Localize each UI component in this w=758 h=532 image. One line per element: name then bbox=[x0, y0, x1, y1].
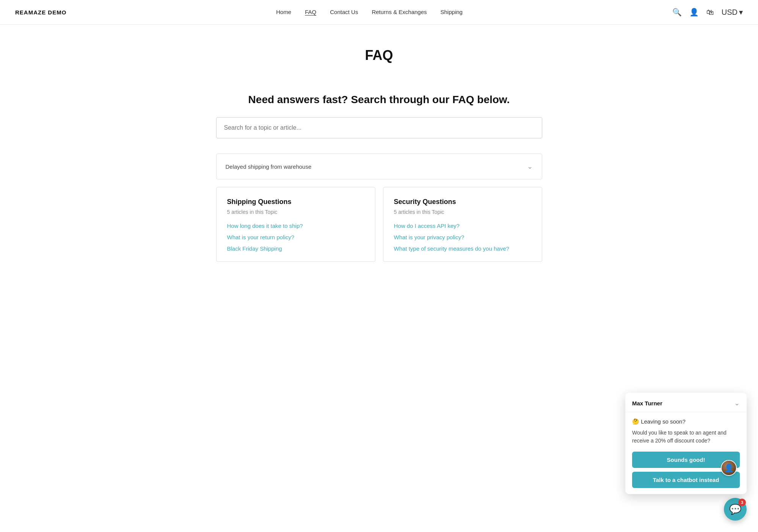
shipping-topic-links: How long does it take to ship? What is y… bbox=[227, 223, 364, 252]
faq-row-delayed-shipping[interactable]: Delayed shipping from warehouse ⌄ bbox=[216, 154, 542, 179]
user-icon[interactable]: 👤 bbox=[689, 8, 699, 17]
shipping-topic-count: 5 articles in this Topic bbox=[227, 209, 364, 215]
nav-icons: 🔍 👤 🛍 USD ▾ bbox=[672, 8, 743, 17]
faq-row-text: Delayed shipping from warehouse bbox=[226, 163, 312, 170]
nav-link-contact[interactable]: Contact Us bbox=[330, 9, 358, 15]
currency-selector[interactable]: USD ▾ bbox=[722, 8, 743, 17]
nav-link-shipping[interactable]: Shipping bbox=[441, 9, 463, 15]
security-topic-links: How do I access API key? What is your pr… bbox=[394, 223, 531, 252]
main-content: FAQ Need answers fast? Search through ou… bbox=[209, 25, 550, 277]
shipping-link-1[interactable]: What is your return policy? bbox=[227, 234, 295, 240]
security-link-2[interactable]: What type of security measures do you ha… bbox=[394, 245, 509, 252]
security-topic-count: 5 articles in this Topic bbox=[394, 209, 531, 215]
search-icon[interactable]: 🔍 bbox=[672, 8, 682, 17]
topic-card-security: Security Questions 5 articles in this To… bbox=[383, 187, 542, 262]
nav-link-home[interactable]: Home bbox=[276, 9, 291, 15]
cart-icon[interactable]: 🛍 bbox=[706, 8, 714, 17]
nav-link-returns[interactable]: Returns & Exchanges bbox=[372, 9, 427, 15]
brand-logo[interactable]: REAMAZE DEMO bbox=[15, 9, 66, 16]
security-link-1[interactable]: What is your privacy policy? bbox=[394, 234, 465, 240]
search-heading: Need answers fast? Search through our FA… bbox=[216, 94, 542, 106]
topic-card-shipping: Shipping Questions 5 articles in this To… bbox=[216, 187, 375, 262]
security-link-0[interactable]: How do I access API key? bbox=[394, 223, 460, 229]
page-title: FAQ bbox=[216, 47, 542, 63]
currency-label: USD bbox=[722, 8, 738, 17]
topic-cards: Shipping Questions 5 articles in this To… bbox=[216, 187, 542, 262]
nav-links: Home FAQ Contact Us Returns & Exchanges … bbox=[276, 9, 463, 16]
chevron-down-icon: ⌄ bbox=[527, 162, 533, 171]
shipping-topic-title: Shipping Questions bbox=[227, 198, 364, 206]
nav-link-faq[interactable]: FAQ bbox=[305, 9, 316, 15]
search-input[interactable] bbox=[216, 117, 542, 138]
currency-chevron-icon: ▾ bbox=[739, 8, 743, 17]
navbar: REAMAZE DEMO Home FAQ Contact Us Returns… bbox=[0, 0, 758, 25]
shipping-link-2[interactable]: Black Friday Shipping bbox=[227, 245, 282, 252]
security-topic-title: Security Questions bbox=[394, 198, 531, 206]
shipping-link-0[interactable]: How long does it take to ship? bbox=[227, 223, 303, 229]
